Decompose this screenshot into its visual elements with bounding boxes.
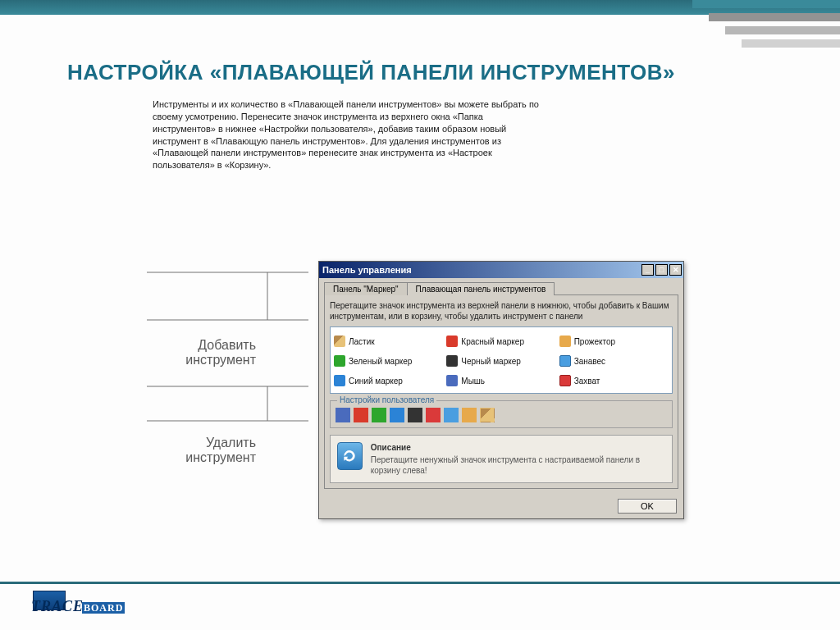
user-icon-green[interactable] (372, 408, 386, 422)
trash-icon[interactable] (337, 442, 363, 470)
tool-eraser[interactable]: Ластик (334, 332, 443, 350)
maximize-button[interactable]: □ (655, 264, 668, 276)
callout-labels: Добавить инструмент Удалить инструмент (144, 266, 308, 469)
description-body: Перетащите ненужный значок инструмента с… (371, 455, 640, 475)
tool-palette: Ластик Красный маркер Прожектор Зеленый … (330, 326, 673, 394)
tool-capture[interactable]: Захват (559, 372, 669, 390)
spotlight-icon (559, 336, 571, 347)
ok-button[interactable]: OK (618, 499, 677, 514)
label-add-tool: Добавить инструмент (144, 338, 256, 368)
tool-black-marker[interactable]: Черный маркер (446, 352, 555, 370)
curtain-icon (559, 355, 571, 367)
traceboard-logo: TRACEBOARD (33, 591, 125, 614)
window-titlebar[interactable]: Панель управления _ □ ✕ (319, 262, 683, 278)
user-icon-spot[interactable] (462, 408, 477, 422)
mouse-icon (446, 375, 458, 386)
bottom-accent-bar (0, 582, 840, 584)
eraser-icon (334, 336, 345, 347)
intro-paragraph: Инструменты и их количество в «Плавающей… (153, 98, 546, 171)
tab-body: Перетащите значок инструмента из верхней… (324, 294, 678, 489)
instruction-text: Перетащите значок инструмента из верхней… (330, 300, 673, 322)
user-icon-capture[interactable] (426, 408, 441, 422)
close-button[interactable]: ✕ (669, 264, 682, 276)
tool-red-marker[interactable]: Красный маркер (446, 332, 555, 350)
tool-green-marker[interactable]: Зеленый маркер (334, 352, 443, 370)
tabs-row: Панель "Маркер" Плавающая панель инструм… (324, 281, 683, 294)
tool-blue-marker[interactable]: Синий маркер (334, 372, 443, 390)
tab-marker-panel[interactable]: Панель "Маркер" (324, 282, 408, 295)
tab-floating-toolbar[interactable]: Плавающая панель инструментов (407, 282, 555, 295)
user-settings-fieldset: Настройки пользователя (330, 400, 673, 428)
user-icon-black[interactable] (408, 408, 422, 422)
blue-marker-icon (334, 375, 345, 386)
green-marker-icon (334, 355, 345, 367)
user-tool-row[interactable] (336, 408, 667, 422)
decorative-stripes (692, 0, 840, 52)
capture-icon (559, 375, 571, 386)
black-marker-icon (446, 355, 458, 367)
label-remove-tool: Удалить инструмент (144, 436, 256, 466)
tool-spotlight[interactable]: Прожектор (559, 332, 669, 350)
tool-curtain[interactable]: Занавес (559, 352, 669, 370)
red-marker-icon (446, 336, 458, 347)
slide-heading: Настройка «плавающей панели инструментов… (67, 60, 840, 85)
window-title: Панель управления (322, 265, 412, 275)
description-box: Описание Перетащите ненужный значок инст… (330, 435, 673, 483)
user-icon-eraser[interactable] (480, 408, 495, 422)
tool-mouse[interactable]: Мышь (446, 372, 555, 390)
control-panel-window: Панель управления _ □ ✕ Панель "Маркер" … (318, 261, 684, 519)
user-icon-red[interactable] (354, 408, 368, 422)
user-icon-curtain[interactable] (444, 408, 459, 422)
user-icon-cursor[interactable] (336, 408, 350, 422)
user-settings-legend: Настройки пользователя (337, 395, 436, 404)
description-title: Описание (371, 442, 665, 453)
user-icon-blue[interactable] (390, 408, 404, 422)
minimize-button[interactable]: _ (641, 264, 654, 276)
